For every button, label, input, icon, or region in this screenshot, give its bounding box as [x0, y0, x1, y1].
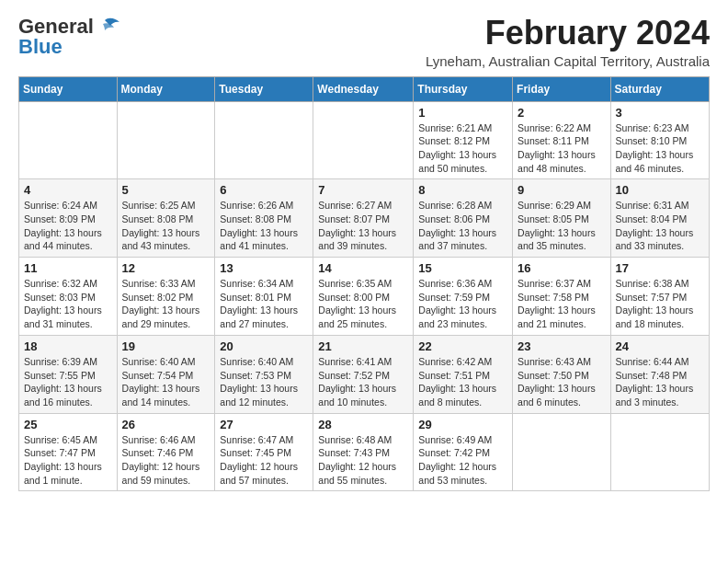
- day-info: Sunrise: 6:36 AM Sunset: 7:59 PM Dayligh…: [418, 277, 507, 331]
- calendar-cell: [19, 101, 118, 179]
- day-number: 22: [418, 339, 507, 353]
- calendar-cell: 21Sunrise: 6:41 AM Sunset: 7:52 PM Dayli…: [313, 335, 414, 413]
- calendar-cell: 12Sunrise: 6:33 AM Sunset: 8:02 PM Dayli…: [117, 258, 215, 336]
- day-number: 11: [24, 261, 112, 275]
- logo-area: General Blue: [18, 15, 121, 59]
- day-number: 5: [122, 183, 210, 197]
- logo-blue-text: Blue: [18, 35, 63, 59]
- day-number: 2: [518, 106, 606, 120]
- calendar-week-row: 25Sunrise: 6:45 AM Sunset: 7:47 PM Dayli…: [19, 413, 710, 491]
- logo-bird-icon: [97, 17, 121, 37]
- calendar-cell: 19Sunrise: 6:40 AM Sunset: 7:54 PM Dayli…: [117, 335, 215, 413]
- day-number: 7: [318, 183, 408, 197]
- calendar-cell: 5Sunrise: 6:25 AM Sunset: 8:08 PM Daylig…: [117, 179, 215, 258]
- month-title: February 2024: [426, 15, 710, 52]
- calendar-week-row: 1Sunrise: 6:21 AM Sunset: 8:12 PM Daylig…: [19, 101, 710, 179]
- day-info: Sunrise: 6:23 AM Sunset: 8:10 PM Dayligh…: [616, 121, 704, 176]
- day-of-week-header: Thursday: [414, 76, 513, 101]
- day-info: Sunrise: 6:26 AM Sunset: 8:08 PM Dayligh…: [220, 199, 308, 253]
- day-number: 16: [518, 261, 606, 275]
- location-subtitle: Lyneham, Australian Capital Territory, A…: [426, 53, 710, 69]
- day-info: Sunrise: 6:35 AM Sunset: 8:00 PM Dayligh…: [318, 277, 408, 331]
- calendar-cell: 14Sunrise: 6:35 AM Sunset: 8:00 PM Dayli…: [313, 258, 414, 336]
- day-number: 1: [418, 106, 507, 120]
- day-info: Sunrise: 6:25 AM Sunset: 8:08 PM Dayligh…: [122, 199, 210, 253]
- calendar-cell: 26Sunrise: 6:46 AM Sunset: 7:46 PM Dayli…: [117, 413, 215, 491]
- header: General Blue February 2024 Lyneham, Aust…: [18, 15, 710, 69]
- day-number: 25: [24, 418, 112, 431]
- day-info: Sunrise: 6:34 AM Sunset: 8:01 PM Dayligh…: [220, 277, 308, 331]
- calendar-cell: 20Sunrise: 6:40 AM Sunset: 7:53 PM Dayli…: [215, 335, 313, 413]
- day-info: Sunrise: 6:40 AM Sunset: 7:54 PM Dayligh…: [122, 355, 210, 409]
- calendar-cell: [117, 101, 215, 179]
- day-number: 9: [518, 183, 606, 197]
- calendar-header-row: SundayMondayTuesdayWednesdayThursdayFrid…: [19, 76, 710, 101]
- day-of-week-header: Tuesday: [215, 76, 313, 101]
- day-number: 14: [318, 261, 408, 275]
- calendar-cell: [215, 101, 313, 179]
- calendar-cell: 7Sunrise: 6:27 AM Sunset: 8:07 PM Daylig…: [313, 179, 414, 258]
- day-number: 29: [418, 418, 507, 431]
- day-info: Sunrise: 6:46 AM Sunset: 7:46 PM Dayligh…: [122, 433, 210, 488]
- calendar-week-row: 11Sunrise: 6:32 AM Sunset: 8:03 PM Dayli…: [19, 258, 710, 336]
- calendar-cell: [513, 413, 611, 491]
- day-info: Sunrise: 6:42 AM Sunset: 7:51 PM Dayligh…: [418, 355, 507, 409]
- day-number: 10: [616, 183, 704, 197]
- calendar-cell: [610, 413, 709, 491]
- calendar-cell: 10Sunrise: 6:31 AM Sunset: 8:04 PM Dayli…: [610, 179, 709, 258]
- day-info: Sunrise: 6:32 AM Sunset: 8:03 PM Dayligh…: [24, 277, 112, 331]
- calendar-cell: 3Sunrise: 6:23 AM Sunset: 8:10 PM Daylig…: [610, 101, 709, 179]
- day-number: 12: [122, 261, 210, 275]
- calendar-cell: 18Sunrise: 6:39 AM Sunset: 7:55 PM Dayli…: [19, 335, 118, 413]
- day-info: Sunrise: 6:29 AM Sunset: 8:05 PM Dayligh…: [518, 199, 606, 253]
- calendar-cell: 24Sunrise: 6:44 AM Sunset: 7:48 PM Dayli…: [610, 335, 709, 413]
- calendar-cell: 29Sunrise: 6:49 AM Sunset: 7:42 PM Dayli…: [414, 413, 513, 491]
- calendar-cell: 15Sunrise: 6:36 AM Sunset: 7:59 PM Dayli…: [414, 258, 513, 336]
- day-info: Sunrise: 6:49 AM Sunset: 7:42 PM Dayligh…: [418, 433, 507, 488]
- day-number: 27: [220, 418, 308, 431]
- calendar-table: SundayMondayTuesdayWednesdayThursdayFrid…: [18, 76, 710, 492]
- day-info: Sunrise: 6:43 AM Sunset: 7:50 PM Dayligh…: [518, 355, 606, 409]
- calendar-cell: 25Sunrise: 6:45 AM Sunset: 7:47 PM Dayli…: [19, 413, 118, 491]
- day-info: Sunrise: 6:37 AM Sunset: 7:58 PM Dayligh…: [518, 277, 606, 331]
- calendar-cell: 6Sunrise: 6:26 AM Sunset: 8:08 PM Daylig…: [215, 179, 313, 258]
- day-info: Sunrise: 6:22 AM Sunset: 8:11 PM Dayligh…: [518, 121, 606, 176]
- day-info: Sunrise: 6:21 AM Sunset: 8:12 PM Dayligh…: [418, 121, 507, 176]
- day-number: 15: [418, 261, 507, 275]
- calendar-week-row: 4Sunrise: 6:24 AM Sunset: 8:09 PM Daylig…: [19, 179, 710, 258]
- calendar-cell: 16Sunrise: 6:37 AM Sunset: 7:58 PM Dayli…: [513, 258, 611, 336]
- day-number: 26: [122, 418, 210, 431]
- day-number: 19: [122, 339, 210, 353]
- day-info: Sunrise: 6:27 AM Sunset: 8:07 PM Dayligh…: [318, 199, 408, 253]
- day-number: 13: [220, 261, 308, 275]
- day-number: 23: [518, 339, 606, 353]
- day-info: Sunrise: 6:44 AM Sunset: 7:48 PM Dayligh…: [616, 355, 704, 409]
- calendar-cell: 22Sunrise: 6:42 AM Sunset: 7:51 PM Dayli…: [414, 335, 513, 413]
- day-info: Sunrise: 6:40 AM Sunset: 7:53 PM Dayligh…: [220, 355, 308, 409]
- day-info: Sunrise: 6:41 AM Sunset: 7:52 PM Dayligh…: [318, 355, 408, 409]
- day-number: 28: [318, 418, 408, 431]
- day-info: Sunrise: 6:45 AM Sunset: 7:47 PM Dayligh…: [24, 433, 112, 488]
- calendar-cell: 28Sunrise: 6:48 AM Sunset: 7:43 PM Dayli…: [313, 413, 414, 491]
- day-number: 6: [220, 183, 308, 197]
- calendar-cell: 4Sunrise: 6:24 AM Sunset: 8:09 PM Daylig…: [19, 179, 118, 258]
- day-info: Sunrise: 6:33 AM Sunset: 8:02 PM Dayligh…: [122, 277, 210, 331]
- calendar-week-row: 18Sunrise: 6:39 AM Sunset: 7:55 PM Dayli…: [19, 335, 710, 413]
- day-info: Sunrise: 6:24 AM Sunset: 8:09 PM Dayligh…: [24, 199, 112, 253]
- day-info: Sunrise: 6:39 AM Sunset: 7:55 PM Dayligh…: [24, 355, 112, 409]
- calendar-cell: [313, 101, 414, 179]
- calendar-cell: 11Sunrise: 6:32 AM Sunset: 8:03 PM Dayli…: [19, 258, 118, 336]
- day-number: 17: [616, 261, 704, 275]
- day-of-week-header: Monday: [117, 76, 215, 101]
- day-number: 20: [220, 339, 308, 353]
- day-info: Sunrise: 6:31 AM Sunset: 8:04 PM Dayligh…: [616, 199, 704, 253]
- calendar-cell: 23Sunrise: 6:43 AM Sunset: 7:50 PM Dayli…: [513, 335, 611, 413]
- calendar-cell: 1Sunrise: 6:21 AM Sunset: 8:12 PM Daylig…: [414, 101, 513, 179]
- calendar-cell: 8Sunrise: 6:28 AM Sunset: 8:06 PM Daylig…: [414, 179, 513, 258]
- calendar-cell: 13Sunrise: 6:34 AM Sunset: 8:01 PM Dayli…: [215, 258, 313, 336]
- calendar-cell: 2Sunrise: 6:22 AM Sunset: 8:11 PM Daylig…: [513, 101, 611, 179]
- day-info: Sunrise: 6:48 AM Sunset: 7:43 PM Dayligh…: [318, 433, 408, 488]
- day-of-week-header: Friday: [513, 76, 611, 101]
- calendar-cell: 17Sunrise: 6:38 AM Sunset: 7:57 PM Dayli…: [610, 258, 709, 336]
- day-number: 21: [318, 339, 408, 353]
